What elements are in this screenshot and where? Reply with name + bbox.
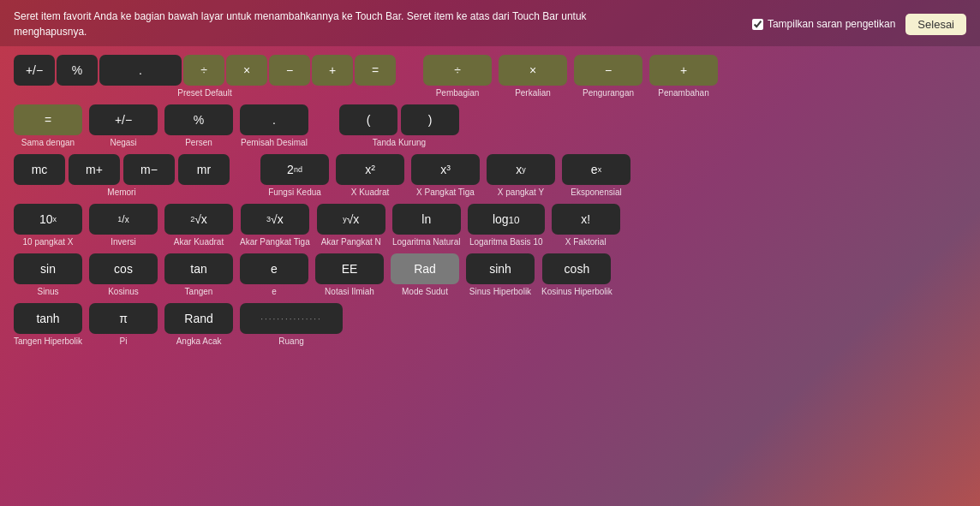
sinh-button[interactable]: sinh [466, 253, 535, 284]
multiply-op-button[interactable]: × [499, 55, 567, 86]
sqrt3-label: Akar Pangkat Tiga [240, 237, 310, 247]
decimal-button[interactable]: . [240, 104, 308, 135]
percent-preset-button[interactable]: % [57, 55, 98, 86]
ex-label: Eksponensial [571, 188, 621, 197]
multiply-op-item: × Perkalian [499, 55, 567, 98]
mplus-button[interactable]: m+ [69, 154, 120, 185]
e-item: e e [240, 253, 308, 296]
negate-button[interactable]: +/− [89, 104, 158, 135]
done-button[interactable]: Selesai [905, 14, 966, 35]
plus-op-label: Penambahan [658, 88, 709, 98]
sqrt3-button[interactable]: 3√x [241, 204, 309, 235]
tan-label: Tangen [185, 287, 213, 296]
minus-op-label: Pengurangan [583, 88, 634, 98]
ex-button[interactable]: ex [562, 154, 630, 185]
inv-item: 1/x Inversi [89, 204, 158, 247]
tanh-label: Tangen Hiperbolik [14, 336, 82, 346]
equals-label: Sama dengan [21, 138, 75, 147]
sqrt3-item: 3√x Akar Pangkat Tiga [240, 204, 310, 247]
pi-item: π Pi [89, 303, 158, 346]
paren-close-button[interactable]: ) [401, 104, 459, 135]
xfact-button[interactable]: x! [552, 204, 620, 235]
cos-item: cos Kosinus [89, 253, 158, 296]
sqrt2-button[interactable]: 2√x [164, 204, 233, 235]
10x-button[interactable]: 10x [14, 204, 82, 235]
equals-item: = Sama dengan [14, 104, 82, 147]
paren-open-button[interactable]: ( [339, 104, 397, 135]
log10-button[interactable]: log10 [468, 204, 545, 235]
2nd-button[interactable]: 2nd [260, 154, 329, 185]
rad-label: Mode Sudut [402, 287, 448, 296]
mc-button[interactable]: mc [14, 154, 65, 185]
memori-label: Memori [107, 188, 135, 197]
rad-button[interactable]: Rad [391, 253, 459, 284]
space-item: ··············· Ruang [240, 303, 343, 346]
percent2-button[interactable]: % [164, 104, 233, 135]
rand-item: Rand Angka Acak [164, 303, 233, 346]
decimal-item: . Pemisah Desimal [240, 104, 308, 147]
percent2-item: % Persen [164, 104, 233, 147]
cosh-button[interactable]: cosh [542, 253, 611, 284]
content-area: +/− % . ÷ × − + = Preset Default ÷ Pemba… [0, 46, 980, 353]
equals-preset-button[interactable]: = [355, 55, 396, 86]
mr-button[interactable]: mr [178, 154, 230, 185]
rad-item: Rad Mode Sudut [391, 253, 459, 296]
10x-item: 10x 10 pangkat X [14, 204, 82, 247]
plus-op-item: + Penambahan [649, 55, 718, 98]
memori-group: mc m+ m− mr Memori [14, 154, 230, 197]
multiply-preset-button[interactable]: × [226, 55, 267, 86]
2nd-label: Fungsi Kedua [268, 188, 321, 197]
equals-button[interactable]: = [14, 104, 82, 135]
cos-button[interactable]: cos [89, 253, 158, 284]
sqrt2-label: Akar Kuadrat [174, 237, 224, 247]
tanh-button[interactable]: tanh [14, 303, 82, 334]
divide-preset-button[interactable]: ÷ [183, 55, 224, 86]
mminus-button[interactable]: m− [123, 154, 175, 185]
percent2-label: Persen [185, 138, 212, 147]
inv-button[interactable]: 1/x [89, 204, 158, 235]
plus-op-button[interactable]: + [649, 55, 718, 86]
sin-item: sin Sinus [14, 253, 82, 296]
preset-default-group: +/− % . ÷ × − + = Preset Default [14, 55, 396, 98]
ee-label: Notasi Ilmiah [325, 287, 374, 296]
xy-item: xy X pangkat Y [487, 154, 555, 197]
rand-button[interactable]: Rand [164, 303, 233, 334]
e-button[interactable]: e [240, 253, 308, 284]
space-button[interactable]: ··············· [240, 303, 343, 334]
checkbox-text: Tampilkan saran pengetikan [768, 18, 895, 30]
multiply-op-label: Perkalian [515, 88, 551, 98]
xcube-label: X Pangkat Tiga [416, 188, 475, 197]
sinh-label: Sinus Hiperbolik [469, 287, 531, 296]
plus-preset-button[interactable]: + [312, 55, 353, 86]
negate-item: +/− Negasi [89, 104, 158, 147]
tanda-kurung-label: Tanda Kurung [373, 138, 426, 147]
ee-button[interactable]: EE [315, 253, 384, 284]
minus-op-button[interactable]: − [574, 55, 642, 86]
checkbox-label[interactable]: Tampilkan saran pengetikan [752, 18, 895, 30]
10x-label: 10 pangkat X [23, 237, 74, 247]
sin-button[interactable]: sin [14, 253, 82, 284]
typing-suggestions-checkbox[interactable] [752, 19, 763, 30]
tan-button[interactable]: tan [164, 253, 233, 284]
divide-op-label: Pembagian [436, 88, 480, 98]
sqrt2-item: 2√x Akar Kuadrat [164, 204, 233, 247]
xsq-button[interactable]: x² [336, 154, 404, 185]
minus-preset-button[interactable]: − [269, 55, 310, 86]
2nd-item: 2nd Fungsi Kedua [260, 154, 329, 197]
cosh-item: cosh Kosinus Hiperbolik [541, 253, 612, 296]
plus-minus-preset-button[interactable]: +/− [14, 55, 55, 86]
divide-op-button[interactable]: ÷ [423, 55, 492, 86]
ln-button[interactable]: ln [392, 204, 461, 235]
dot-preset-button[interactable]: . [99, 55, 182, 86]
instruction-text: Seret item favorit Anda ke bagian bawah … [14, 9, 613, 39]
pi-button[interactable]: π [89, 303, 158, 334]
xy-label: X pangkat Y [498, 188, 544, 197]
xsq-label: X Kuadrat [351, 188, 389, 197]
inv-label: Inversi [111, 237, 135, 247]
xcube-button[interactable]: x³ [411, 154, 480, 185]
negate-label: Negasi [110, 138, 136, 147]
xy-button[interactable]: xy [487, 154, 555, 185]
sqrtn-button[interactable]: y√x [317, 204, 385, 235]
rand-label: Angka Acak [176, 336, 222, 346]
sqrtn-item: y√x Akar Pangkat N [317, 204, 385, 247]
